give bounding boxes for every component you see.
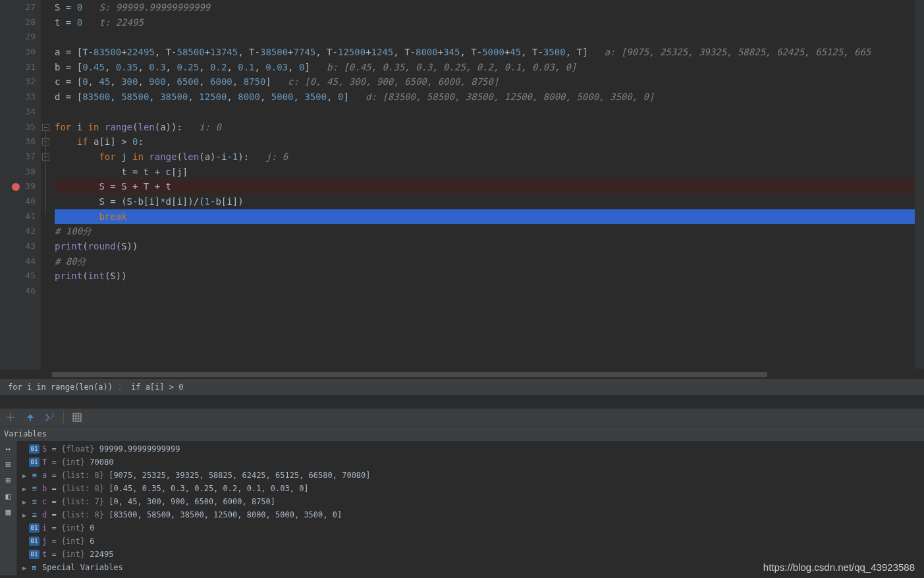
- variable-row[interactable]: ▶01j = {int} 6: [17, 535, 924, 548]
- variable-row[interactable]: ▶≡c = {list: 7} [0, 45, 300, 900, 6500, …: [17, 495, 924, 508]
- svg-rect-0: [30, 417, 31, 421]
- code-line[interactable]: print(int(S)): [55, 269, 924, 284]
- code-line[interactable]: [55, 105, 924, 120]
- line-number[interactable]: 33: [14, 90, 36, 105]
- variable-row[interactable]: ▶01S = {float} 99999.99999999999: [17, 442, 924, 456]
- variable-row[interactable]: ▶≡d = {list: 8} [83500, 58500, 38500, 12…: [17, 508, 924, 521]
- add-watch-icon[interactable]: [4, 411, 17, 424]
- tool-icon[interactable]: ⊞: [3, 475, 14, 487]
- code-line[interactable]: for j in range(len(a)-i-1): j: 6: [55, 149, 924, 165]
- code-line[interactable]: print(round(S)): [55, 239, 924, 254]
- svg-rect-2: [73, 413, 81, 421]
- line-number[interactable]: 32: [14, 74, 36, 90]
- line-number[interactable]: 31: [14, 60, 36, 75]
- line-number[interactable]: 36: [14, 134, 36, 149]
- line-number[interactable]: 34: [14, 105, 36, 120]
- fold-toggle-icon[interactable]: −: [42, 124, 49, 131]
- right-marker-gutter: [915, 0, 924, 369]
- debug-toolbar: I: [0, 408, 924, 427]
- variables-tree[interactable]: ▶01S = {float} 99999.99999999999▶01T = {…: [17, 441, 924, 575]
- code-line[interactable]: d = [83500, 58500, 38500, 12500, 8000, 5…: [55, 90, 924, 105]
- tool-icon[interactable]: ▦: [3, 507, 14, 519]
- variable-type-icon: 01: [29, 550, 40, 559]
- variable-type-icon: 01: [29, 444, 40, 454]
- editor-container: 2728293031323334353637383940414243444546…: [0, 0, 924, 395]
- code-line[interactable]: t = 0 t: 22495: [55, 15, 924, 30]
- code-area[interactable]: 2728293031323334353637383940414243444546…: [0, 0, 924, 370]
- variable-row[interactable]: ▶≡a = {list: 8} [9075, 25325, 39325, 588…: [17, 469, 924, 482]
- line-number[interactable]: 39: [14, 179, 36, 194]
- line-number[interactable]: 38: [14, 165, 36, 180]
- line-number[interactable]: 41: [14, 209, 36, 224]
- expand-arrow-icon[interactable]: ▶: [20, 472, 29, 479]
- line-number-gutter[interactable]: 2728293031323334353637383940414243444546: [11, 0, 41, 370]
- code-line[interactable]: t = t + c[j]: [55, 165, 924, 180]
- line-number[interactable]: 42: [14, 224, 36, 239]
- variable-type-icon: ≡: [29, 497, 40, 506]
- variable-type-icon: 01: [29, 537, 40, 546]
- evaluate-icon[interactable]: I: [43, 411, 57, 424]
- code-line[interactable]: [55, 30, 924, 45]
- horizontal-scrollbar[interactable]: [52, 370, 924, 379]
- line-number[interactable]: 40: [14, 194, 36, 209]
- code-line[interactable]: break: [55, 209, 924, 224]
- code-lines[interactable]: S = 0 S: 99999.99999999999t = 0 t: 22495…: [52, 0, 924, 370]
- code-line[interactable]: if a[i] > 0:: [55, 134, 924, 149]
- fold-column[interactable]: −−−: [41, 0, 52, 370]
- expand-arrow-icon[interactable]: ▶: [20, 512, 29, 519]
- variable-type-icon: ⊞: [29, 563, 40, 572]
- line-number[interactable]: 35: [14, 120, 36, 135]
- breadcrumb-item[interactable]: for i in range(len(a)): [8, 382, 113, 392]
- breakpoint-icon[interactable]: [12, 183, 20, 191]
- variable-type-icon: ≡: [29, 510, 40, 519]
- line-number[interactable]: 46: [14, 284, 36, 299]
- chevron-right-icon: 〉: [118, 382, 126, 393]
- expand-arrow-icon[interactable]: ▶: [20, 564, 29, 571]
- toolbar-separator: [63, 411, 64, 423]
- code-line[interactable]: for i in range(len(a)): i: 0: [55, 120, 924, 135]
- up-arrow-icon[interactable]: [24, 411, 37, 424]
- expand-arrow-icon[interactable]: ▶: [20, 498, 29, 506]
- grid-icon[interactable]: [70, 411, 84, 424]
- expand-arrow-icon[interactable]: ▶: [20, 485, 29, 492]
- collapse-icon[interactable]: ↔: [3, 444, 14, 456]
- line-number[interactable]: 30: [14, 45, 36, 60]
- line-number[interactable]: 29: [14, 30, 36, 45]
- line-number[interactable]: 44: [14, 254, 36, 269]
- code-line[interactable]: S = 0 S: 99999.99999999999: [55, 0, 924, 15]
- line-number[interactable]: 37: [14, 149, 36, 165]
- watermark-text: https://blog.csdn.net/qq_43923588: [763, 562, 915, 573]
- breadcrumb-item[interactable]: if a[i] > 0: [131, 382, 183, 392]
- variable-type-icon: 01: [29, 458, 40, 467]
- scrollbar-thumb[interactable]: [52, 372, 767, 377]
- line-number[interactable]: 27: [14, 0, 36, 15]
- code-line[interactable]: a = [T-83500+22495, T-58500+13745, T-385…: [55, 45, 924, 60]
- code-line[interactable]: S = S + T + t: [55, 179, 924, 194]
- variables-side-toolbar: ↔ ⊟ ⊞ ◧ ▦: [0, 441, 17, 575]
- line-number[interactable]: 45: [14, 269, 36, 284]
- svg-text:I: I: [51, 413, 54, 418]
- variables-panel-header[interactable]: Variables: [0, 427, 924, 441]
- code-line[interactable]: # 80分: [55, 254, 924, 269]
- variable-row[interactable]: ▶01i = {int} 0: [17, 521, 924, 535]
- code-line[interactable]: # 100分: [55, 224, 924, 239]
- variable-row[interactable]: ▶01T = {int} 70080: [17, 456, 924, 469]
- line-number[interactable]: 43: [14, 239, 36, 254]
- code-line[interactable]: b = [0.45, 0.35, 0.3, 0.25, 0.2, 0.1, 0.…: [55, 60, 924, 75]
- code-line[interactable]: [55, 284, 924, 299]
- variable-row[interactable]: ▶01t = {int} 22495: [17, 548, 924, 561]
- code-line[interactable]: c = [0, 45, 300, 900, 6500, 6000, 8750] …: [55, 74, 924, 90]
- tool-icon[interactable]: ⊟: [3, 460, 14, 471]
- line-number[interactable]: 28: [14, 15, 36, 30]
- variable-type-icon: ≡: [29, 471, 40, 480]
- left-margin: [0, 0, 11, 370]
- code-line[interactable]: S = (S-b[i]*d[i])/(1-b[i]): [55, 194, 924, 209]
- variable-type-icon: ≡: [29, 484, 40, 493]
- variable-row[interactable]: ▶≡b = {list: 8} [0.45, 0.35, 0.3, 0.25, …: [17, 482, 924, 495]
- tool-icon[interactable]: ◧: [3, 491, 14, 503]
- breadcrumb[interactable]: for i in range(len(a)) 〉 if a[i] > 0: [0, 379, 924, 395]
- variable-type-icon: 01: [29, 523, 40, 533]
- variables-panel: ↔ ⊟ ⊞ ◧ ▦ ▶01S = {float} 99999.999999999…: [0, 441, 924, 575]
